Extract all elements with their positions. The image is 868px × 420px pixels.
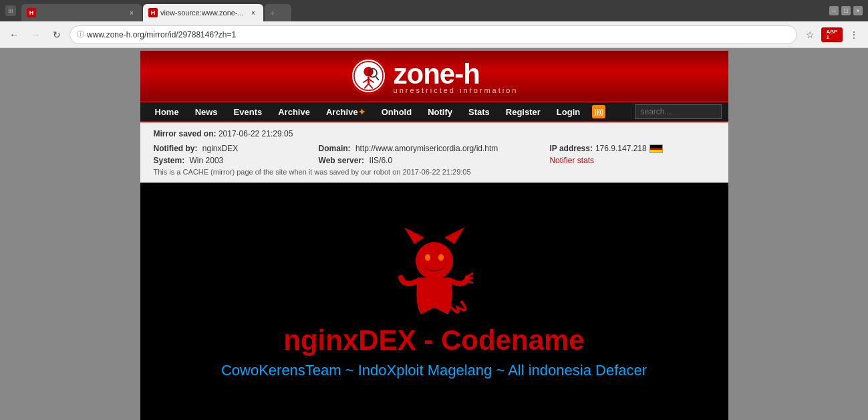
search-input[interactable]: [635, 104, 722, 119]
web-server-label: Web server:: [319, 156, 364, 165]
minimize-button[interactable]: ─: [829, 6, 839, 15]
back-button[interactable]: ←: [5, 26, 23, 43]
site-title-area: zone-h unrestricted information: [394, 58, 519, 94]
svg-marker-10: [444, 227, 464, 244]
nav-items: Home News Events Archive Archive ✦ Onhol…: [147, 101, 635, 122]
nav-onhold[interactable]: Onhold: [374, 101, 420, 122]
reload-button[interactable]: ↻: [48, 26, 65, 43]
mirror-details: Notified by: nginxDEX System: Win 2003 D…: [154, 144, 715, 165]
menu-button[interactable]: ⋮: [845, 26, 863, 43]
nav-register[interactable]: Register: [498, 101, 549, 122]
site-header: zone-h unrestricted information: [140, 51, 728, 101]
abp-label: ABP1: [827, 29, 838, 40]
site-subtitle: unrestricted information: [394, 86, 519, 94]
bookmark-button[interactable]: ☆: [801, 26, 819, 43]
defacement-subtitle: CowoKerensTeam ~ IndoXploit Magelang ~ A…: [221, 362, 647, 379]
nav-login[interactable]: Login: [549, 101, 588, 122]
webserver-row: Web server: IIS/6.0: [319, 156, 550, 165]
domain-label: Domain:: [319, 144, 351, 153]
browser-tab-3[interactable]: +: [265, 4, 291, 21]
mirror-left: Notified by: nginxDEX System: Win 2003: [154, 144, 319, 165]
notifier-stats-link[interactable]: Notifier stats: [549, 156, 594, 165]
logo-svg: [353, 61, 384, 91]
svg-point-13: [438, 254, 444, 261]
svg-point-12: [425, 254, 430, 261]
tab-close-2[interactable]: ×: [249, 8, 258, 17]
tab-favicon-1: H: [27, 8, 36, 17]
notified-by-value: nginxDEX: [202, 144, 238, 153]
domain-row: Domain: http://www.amorymisericordia.org…: [319, 144, 550, 153]
nav-stats[interactable]: Stats: [460, 101, 498, 122]
site-wrapper: zone-h unrestricted information Home New…: [140, 51, 728, 420]
nav-archive[interactable]: Archive: [270, 101, 318, 122]
ip-row: IP address: 176.9.147.218: [549, 144, 714, 153]
extension-icon: ⊞: [5, 5, 16, 16]
mirror-saved-value: 2017-06-22 21:29:05: [219, 129, 293, 138]
browser-tab-2[interactable]: H view-source:www.zone-... ×: [143, 4, 263, 21]
system-value: Win 2003: [190, 156, 224, 165]
browser-titlebar: ⊞ H www.amorymisericordia... × H view-so…: [0, 0, 868, 21]
nav-events[interactable]: Events: [226, 101, 271, 122]
defacement-area: nginxDEX - Codename CowoKerensTeam ~ Ind…: [140, 183, 728, 420]
archive-star-icon: ✦: [358, 107, 366, 117]
close-button[interactable]: ×: [853, 6, 863, 15]
nav-search: [635, 104, 722, 119]
site-nav: Home News Events Archive Archive ✦ Onhol…: [140, 101, 728, 122]
mirror-saved-label: Mirror saved on:: [154, 129, 216, 138]
notified-by-label: Notified by:: [154, 144, 198, 153]
site-name: zone-h: [394, 58, 480, 90]
website-container: zone-h unrestricted information Home New…: [0, 48, 868, 420]
ip-value: 176.9.147.218: [595, 144, 647, 153]
system-row: System: Win 2003: [154, 156, 319, 165]
browser-frame: ⊞ H www.amorymisericordia... × H view-so…: [0, 0, 868, 420]
nav-archive-star[interactable]: Archive ✦: [318, 101, 374, 122]
mirror-middle: Domain: http://www.amorymisericordia.org…: [319, 144, 550, 165]
ip-label: IP address:: [549, 144, 592, 153]
flag-icon: [649, 144, 663, 153]
url-text: www.zone-h.org/mirror/id/29788146?zh=1: [87, 30, 236, 39]
site-logo-area: zone-h unrestricted information: [350, 58, 519, 94]
nav-home[interactable]: Home: [147, 101, 187, 122]
devil-svg: [394, 224, 474, 318]
browser-toolbar: ← → ↻ ⓘ www.zone-h.org/mirror/id/2978814…: [0, 21, 868, 48]
security-icon: ⓘ: [77, 29, 84, 39]
rss-icon[interactable]: )))): [592, 105, 605, 118]
address-bar[interactable]: ⓘ www.zone-h.org/mirror/id/29788146?zh=1: [69, 25, 797, 44]
maximize-button[interactable]: □: [841, 6, 851, 15]
mirror-saved-on: Mirror saved on: 2017-06-22 21:29:05: [154, 129, 715, 138]
nav-notify[interactable]: Notify: [420, 101, 460, 122]
defacement-title: nginxDEX - Codename: [283, 324, 584, 356]
svg-marker-9: [404, 227, 424, 244]
web-server-value: IIS/6.0: [369, 156, 392, 165]
abp-button[interactable]: ABP1: [821, 27, 843, 42]
browser-tabs: H www.amorymisericordia... × H view-sour…: [21, 0, 291, 21]
tab-label-1: www.amorymisericordia...: [39, 9, 122, 17]
tab-label-2: view-source:www.zone-...: [160, 9, 244, 17]
system-label: System:: [154, 156, 185, 165]
window-controls: ─ □ ×: [829, 6, 863, 15]
domain-value: http://www.amorymisericordia.org/id.htm: [355, 144, 498, 153]
notifier-stats-row: Notifier stats: [549, 156, 714, 165]
forward-button[interactable]: →: [27, 26, 44, 43]
tab-favicon-2: H: [148, 8, 158, 17]
cache-note: This is a CACHE (mirror) page of the sit…: [154, 168, 715, 176]
svg-point-11: [416, 242, 453, 280]
nav-news[interactable]: News: [187, 101, 226, 122]
site-logo-icon: [350, 58, 387, 94]
toolbar-right: ☆ ABP1 ⋮: [801, 26, 863, 43]
site-content: Mirror saved on: 2017-06-22 21:29:05 Not…: [140, 122, 728, 183]
mirror-right: IP address: 176.9.147.218 Notifier stats: [549, 144, 714, 165]
tab-close-1[interactable]: ×: [127, 8, 136, 17]
notified-by-row: Notified by: nginxDEX: [154, 144, 319, 153]
browser-tab-1[interactable]: H www.amorymisericordia... ×: [21, 4, 142, 21]
